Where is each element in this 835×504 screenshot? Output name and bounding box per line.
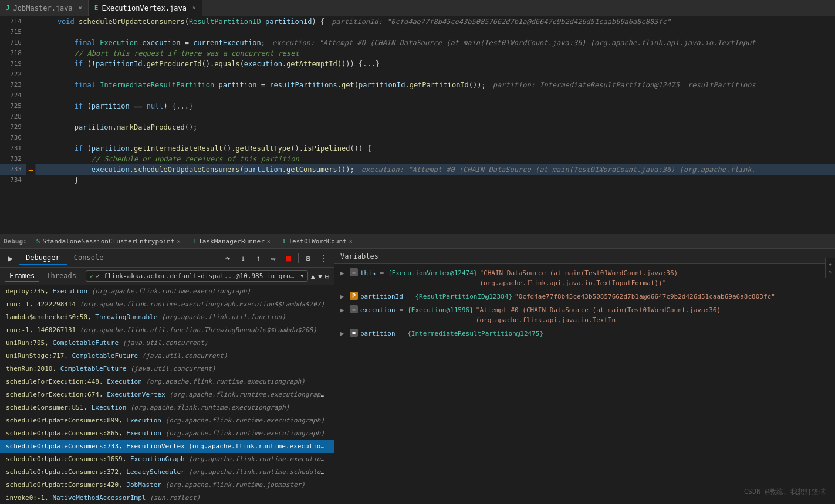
var-name-partitionid: partitionId xyxy=(360,292,403,302)
debug-tab-test01-label: Test01WordCount xyxy=(288,238,346,245)
tab-debugger[interactable]: Debugger xyxy=(19,251,67,265)
line-content-731: if (partition.getIntermediateResult().ge… xyxy=(36,143,835,154)
var-expand-partitionid[interactable]: ▶ xyxy=(340,292,347,302)
chevron-down-icon: ▾ xyxy=(300,272,305,280)
var-name-partition: partition xyxy=(360,329,395,339)
line-content-725: if (partition == null) {...} xyxy=(36,101,835,111)
standalone-icon: S xyxy=(36,238,40,245)
frames-toolbar: Frames Threads ✓ ✓ flink-akka.actor.defa… xyxy=(0,268,334,285)
code-line-715: 715 xyxy=(0,27,835,38)
frame-item[interactable]: scheduleForExecution:674, ExecutionVerte… xyxy=(0,388,334,401)
left-panel: ▶ Debugger Console ↷ ↓ ↑ ⇨ ■ ⚙ ⋮ Frames … xyxy=(0,249,334,504)
tab-console[interactable]: Console xyxy=(67,251,111,265)
debug-step-over[interactable]: ↷ xyxy=(221,251,235,265)
debug-run-to-cursor[interactable]: ⇨ xyxy=(266,251,280,265)
frame-item[interactable]: scheduleOrUpdateConsumers:372, LegacySch… xyxy=(0,466,334,479)
frame-item[interactable]: scheduleForExecution:448, Execution (org… xyxy=(0,376,334,388)
frame-item[interactable]: uniRun:705, CompletableFuture (java.util… xyxy=(0,337,334,350)
filter-icon[interactable]: ⊟ xyxy=(325,272,329,280)
line-num-714: 714 xyxy=(0,16,26,27)
debug-tab-taskmanager[interactable]: T TaskManagerRunner × xyxy=(188,236,275,246)
frame-item[interactable]: scheduleOrUpdateConsumers:420, JobMaster… xyxy=(0,479,334,492)
debug-tab-taskmanager-close[interactable]: × xyxy=(267,238,271,245)
debug-tab-taskmanager-label: TaskManagerRunner xyxy=(198,238,265,245)
code-line-716: 716 final Execution execution = currentE… xyxy=(0,38,835,48)
thread-selector[interactable]: ✓ ✓ flink-akka.actor.default-dispat...@1… xyxy=(86,270,308,282)
line-content-723: final IntermediateResultPartition partit… xyxy=(36,80,835,90)
jobmaster-file-icon: J xyxy=(6,4,10,12)
tab-jobmaster-label: JobMaster.java xyxy=(13,4,73,12)
right-scroll-controls: + ∞ xyxy=(825,258,835,278)
frame-item[interactable]: scheduleConsumer:851, Execution (org.apa… xyxy=(0,401,334,414)
var-icon-this: = xyxy=(350,268,358,276)
variables-list: ▶ = this = {ExecutionVertex@12474} "CHAI… xyxy=(334,264,835,504)
tab-executionvertex[interactable]: E ExecutionVertex.java × xyxy=(89,0,202,16)
tab-frames[interactable]: Frames xyxy=(5,270,39,282)
thread-status-icon: ✓ xyxy=(90,272,94,280)
resume-button[interactable]: ▶ xyxy=(4,251,18,265)
var-value-execution: "Attempt #0 (CHAIN DataSource (at main(T… xyxy=(476,305,829,325)
line-content-734: } xyxy=(36,175,835,185)
frame-item[interactable]: scheduleOrUpdateConsumers:1659, Executio… xyxy=(0,453,334,466)
code-line-719: 719 if (!partitionId.getProducerId().equ… xyxy=(0,59,835,69)
line-content-733: execution.scheduleOrUpdateConsumers(part… xyxy=(36,164,835,175)
thread-up-button[interactable]: ▲ xyxy=(310,271,315,282)
frame-item[interactable]: run:-1, 4222298414 (org.apache.flink.run… xyxy=(0,298,334,311)
code-line-723: 723 final IntermediateResultPartition pa… xyxy=(0,80,835,90)
scroll-add-btn[interactable]: ∞ xyxy=(827,269,834,276)
line-num-734: 734 xyxy=(0,175,26,185)
tab-executionvertex-label: ExecutionVertex.java xyxy=(102,4,187,12)
frame-item-selected[interactable]: scheduleOrUpdateConsumers:733, Execution… xyxy=(0,440,334,453)
frame-item[interactable]: scheduleOrUpdateConsumers:899, Execution… xyxy=(0,414,334,427)
var-icon-execution: = xyxy=(350,305,358,313)
line-content-716: final Execution execution = currentExecu… xyxy=(36,38,835,48)
debug-step-out[interactable]: ↑ xyxy=(251,251,265,265)
right-panel: Variables ▶ = this = {ExecutionVertex@12… xyxy=(334,249,835,504)
thread-down-button[interactable]: ▼ xyxy=(317,271,322,282)
scroll-up-btn[interactable]: + xyxy=(827,261,834,268)
line-content-732: // Schedule or update receivers of this … xyxy=(36,154,835,164)
frame-item[interactable]: run:-1, 1460267131 (org.apache.flink.uti… xyxy=(0,324,334,337)
var-icon-partition: = xyxy=(350,329,358,337)
debug-step-into[interactable]: ↓ xyxy=(236,251,250,265)
line-content-718: // Abort this request if there was a con… xyxy=(36,48,835,59)
frame-item[interactable]: deploy:735, Execution (org.apache.flink.… xyxy=(0,285,334,298)
debug-tab-standalone-close[interactable]: × xyxy=(177,238,181,245)
debug-settings[interactable]: ⚙ xyxy=(301,251,315,265)
frame-item[interactable]: lambda$unchecked$0:50, ThrowingRunnable … xyxy=(0,311,334,324)
line-num-733: 733 xyxy=(0,164,26,175)
debug-tab-standalone[interactable]: S StandaloneSessionClusterEntrypoint × xyxy=(32,236,185,246)
frame-item[interactable]: uniRunStage:717, CompletableFuture (java… xyxy=(0,350,334,363)
var-expand-execution[interactable]: ▶ xyxy=(340,305,347,315)
frame-item[interactable]: thenRun:2010, CompletableFuture (java.ut… xyxy=(0,363,334,376)
tab-threads[interactable]: Threads xyxy=(42,270,81,282)
code-line-728: 728 xyxy=(0,111,835,122)
variables-header: Variables xyxy=(334,249,835,264)
code-line-732: 732 // Schedule or update receivers of t… xyxy=(0,154,835,164)
var-item-execution: ▶ = execution = {Execution@11596} "Attem… xyxy=(334,303,835,327)
line-num-725: 725 xyxy=(0,101,26,111)
debug-tab-test01-close[interactable]: × xyxy=(349,238,353,245)
code-line-724: 724 xyxy=(0,90,835,101)
debug-more[interactable]: ⋮ xyxy=(316,251,330,265)
var-expand-this[interactable]: ▶ xyxy=(340,268,347,278)
line-content-729: partition.markDataProduced(); xyxy=(36,122,835,133)
code-line-714: 714 void scheduleOrUpdateConsumers(Resul… xyxy=(0,16,835,27)
var-value-this: "CHAIN DataSource (at main(Test01WordCou… xyxy=(479,268,829,288)
line-num-715: 715 xyxy=(0,27,26,38)
debug-stop[interactable]: ■ xyxy=(282,251,296,265)
var-expand-partition[interactable]: ▶ xyxy=(340,329,347,339)
tab-executionvertex-close[interactable]: × xyxy=(192,5,196,11)
line-num-723: 723 xyxy=(0,80,26,90)
line-num-718: 718 xyxy=(0,48,26,59)
tab-jobmaster[interactable]: J JobMaster.java × xyxy=(0,0,89,16)
var-icon-partitionid: P xyxy=(350,292,358,300)
frame-item[interactable]: scheduleOrUpdateConsumers:865, Execution… xyxy=(0,427,334,440)
tab-jobmaster-close[interactable]: × xyxy=(79,5,82,11)
frame-item[interactable]: invoke0:-1, NativeMethodAccessorImpl (su… xyxy=(0,492,334,504)
code-line-734: 734 } xyxy=(0,175,835,185)
debug-tab-test01[interactable]: T Test01WordCount × xyxy=(278,236,357,246)
frames-list[interactable]: deploy:735, Execution (org.apache.flink.… xyxy=(0,285,334,504)
line-num-716: 716 xyxy=(0,38,26,48)
debugger-tabs: Debugger Console xyxy=(19,251,110,265)
